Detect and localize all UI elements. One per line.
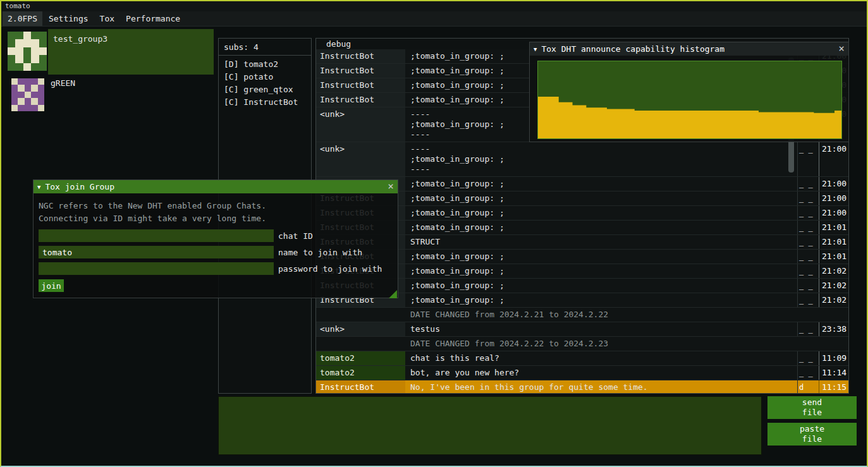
message-text: ;tomato_in_group: ; xyxy=(405,191,797,205)
join-window-body: NGC refers to the New DHT enabled Group … xyxy=(34,193,398,299)
member-item[interactable]: [C] InstructBot xyxy=(219,96,311,109)
message-status: d xyxy=(797,380,819,393)
message-author: InstructBot xyxy=(316,93,405,107)
message-time: 21:00 xyxy=(819,206,848,220)
join-fields: chat IDname to join withpassword to join… xyxy=(39,229,393,275)
member-item[interactable]: [C] potato xyxy=(219,71,311,83)
menu-item-performance[interactable]: Performance xyxy=(121,11,185,26)
message-text: bot, are you new here? xyxy=(405,366,797,380)
date-changed-text: DATE CHANGED from 2024.2.22 to 2024.2.23 xyxy=(316,337,613,351)
message-text: ;tomato_in_group: ; xyxy=(405,279,797,293)
message-status: _ _ xyxy=(797,366,819,380)
message-time: 21:01 xyxy=(819,250,848,264)
fps-counter: 2.0FPS xyxy=(3,11,42,26)
join-window-titlebar[interactable]: ▼ Tox join Group × xyxy=(34,180,398,193)
message-time: 21:01 xyxy=(819,221,848,234)
menu-item-settings[interactable]: Settings xyxy=(44,11,94,26)
message-text: STRUCT xyxy=(405,235,797,249)
message-status: _ _ xyxy=(797,191,819,205)
message-input[interactable] xyxy=(218,396,762,455)
message-status: _ _ xyxy=(797,221,819,234)
join-window-title: Tox join Group xyxy=(45,182,114,191)
close-icon[interactable]: × xyxy=(388,180,394,192)
message-status: _ _ xyxy=(797,264,819,278)
join-field-input-2[interactable] xyxy=(39,246,274,258)
message-time: 21:00 xyxy=(819,142,848,176)
histogram-window: ▼ Tox DHT announce capability histogram … xyxy=(529,42,849,142)
message-text: testus xyxy=(405,322,797,336)
date-separator: DATE CHANGED from 2024.2.21 to 2024.2.22 xyxy=(316,308,848,322)
avatar-pixels xyxy=(11,78,44,111)
message-text: ;tomato_in_group: ; xyxy=(405,250,797,264)
collapse-arrow-icon[interactable]: ▼ xyxy=(534,46,537,52)
join-field-row: chat ID xyxy=(39,229,393,242)
message-author: tomato2 xyxy=(316,366,405,380)
message-time: 21:02 xyxy=(819,293,848,307)
group-avatar xyxy=(8,32,47,71)
member-item[interactable]: [D] tomato2 xyxy=(219,58,311,71)
join-field-row: name to join with xyxy=(39,246,393,258)
message-time: 21:02 xyxy=(819,264,848,278)
message-text: No, I've been in this group for quite so… xyxy=(405,380,797,393)
message-status: _ _ xyxy=(797,322,819,336)
message-author: <unk> xyxy=(316,322,405,336)
message-author: <unk> xyxy=(316,142,405,176)
message-status: _ _ xyxy=(797,279,819,293)
message-status: _ _ xyxy=(797,351,819,365)
message-time: 11:09 xyxy=(819,351,848,365)
message-status: _ _ xyxy=(797,177,819,191)
group-avatar xyxy=(11,78,44,111)
window-titlebar[interactable]: tomato xyxy=(1,1,867,11)
window-title: tomato xyxy=(5,2,30,10)
message-time: 21:00 xyxy=(819,191,848,205)
message-time: 11:15 xyxy=(819,380,848,393)
resize-grip[interactable] xyxy=(389,290,397,298)
members-list: [D] tomato2[C] potato[C] green_qtox[C] I… xyxy=(219,56,311,109)
histogram-window-titlebar[interactable]: ▼ Tox DHT announce capability histogram … xyxy=(530,42,848,56)
join-field-label: name to join with xyxy=(278,248,362,257)
chat-message-row[interactable]: <unk>----;tomato_in_group: ;----_ _21:00 xyxy=(316,142,848,177)
chat-message-row[interactable]: InstructBotNo, I've been in this group f… xyxy=(316,380,848,393)
message-author: InstructBot xyxy=(316,49,405,63)
date-changed-text: DATE CHANGED from 2024.2.21 to 2024.2.22 xyxy=(316,308,613,322)
message-time: 11:14 xyxy=(819,366,848,380)
group-label-box: test_group3 xyxy=(48,29,214,75)
close-icon[interactable]: × xyxy=(838,42,845,54)
message-time: 21:01 xyxy=(819,235,848,249)
collapse-arrow-icon[interactable]: ▼ xyxy=(37,184,40,190)
chat-message-row[interactable]: <unk>testus_ _23:38 xyxy=(316,322,848,337)
join-button[interactable]: join xyxy=(39,279,64,292)
send-file-button[interactable]: send file xyxy=(767,396,857,419)
avatar-pixels xyxy=(8,32,47,71)
group-name: gREEN xyxy=(51,78,75,88)
message-text: ----;tomato_in_group: ;---- xyxy=(405,142,797,176)
join-group-window: ▼ Tox join Group × NGC refers to the New… xyxy=(33,179,398,298)
join-info-line-1: NGC refers to the New DHT enabled Group … xyxy=(39,200,393,212)
message-author: InstructBot xyxy=(316,64,405,78)
app-window: tomato 2.0FPSSettingsToxPerformance test… xyxy=(0,0,868,467)
message-text: chat is this real? xyxy=(405,351,797,365)
message-text: ;tomato_in_group: ; xyxy=(405,177,797,191)
histogram-chart xyxy=(537,61,842,139)
chat-message-row[interactable]: tomato2chat is this real?_ _11:09 xyxy=(316,351,848,366)
date-separator: DATE CHANGED from 2024.2.22 to 2024.2.23 xyxy=(316,337,848,351)
members-header: subs: 4 xyxy=(219,39,311,56)
message-status: _ _ xyxy=(797,235,819,249)
menu-bar: 2.0FPSSettingsToxPerformance xyxy=(1,11,867,27)
paste-file-button[interactable]: paste file xyxy=(767,423,857,446)
message-text: ;tomato_in_group: ; xyxy=(405,264,797,278)
join-field-input-1[interactable] xyxy=(39,229,274,242)
group-item-gREEN[interactable]: gREEN xyxy=(3,76,214,112)
group-name: test_group3 xyxy=(53,34,107,44)
message-status: _ _ xyxy=(797,250,819,264)
message-text: ;tomato_in_group: ; xyxy=(405,221,797,234)
member-item[interactable]: [C] green_qtox xyxy=(219,83,311,96)
join-field-label: chat ID xyxy=(278,231,313,241)
menu-item-tox[interactable]: Tox xyxy=(95,11,119,26)
message-status: _ _ xyxy=(797,142,819,176)
chat-message-row[interactable]: tomato2bot, are you new here?_ _11:14 xyxy=(316,366,848,380)
join-field-input-3[interactable] xyxy=(39,262,274,275)
group-item-test_group3[interactable]: test_group3 xyxy=(3,29,214,75)
message-text: ;tomato_in_group: ; xyxy=(405,293,797,307)
join-info-line-2: Connecting via ID might take a very long… xyxy=(39,212,393,225)
